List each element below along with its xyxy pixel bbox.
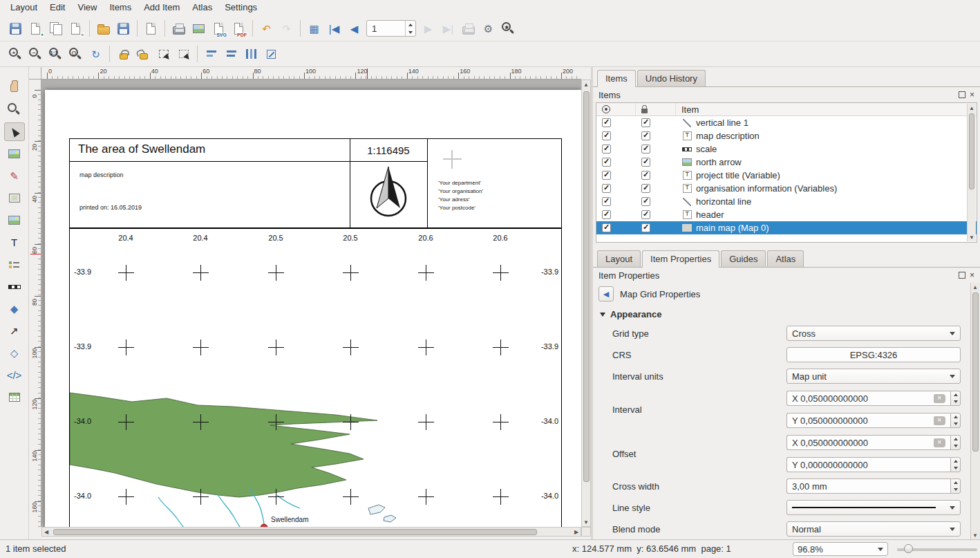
ungroup-items-button[interactable] (173, 45, 194, 64)
layout-page[interactable]: The area of Swellendam 1:116495 map desc… (45, 90, 581, 527)
pan-layout-tool[interactable] (4, 78, 25, 97)
zoom-out-button[interactable]: − (26, 45, 46, 64)
add-arrow-button[interactable]: ↗ (4, 322, 25, 340)
layer-item-row[interactable]: vertical line 1 (596, 116, 977, 129)
items-scrollbar[interactable]: ▲ ▼ (967, 104, 976, 241)
north-arrow-logo[interactable] (370, 164, 407, 221)
redo-button[interactable]: ↷ (276, 19, 296, 38)
scroll-up-icon[interactable]: ▲ (968, 104, 976, 112)
visibility-checkbox[interactable] (602, 223, 611, 232)
lock-checkbox[interactable] (641, 158, 650, 167)
lock-checkbox[interactable] (641, 131, 650, 140)
spin-buttons[interactable] (950, 457, 961, 472)
spin-down-button[interactable] (951, 398, 960, 405)
layer-item-row[interactable]: north arrow (596, 156, 977, 169)
spin-down-button[interactable] (951, 420, 960, 427)
new-layout-button[interactable]: + (26, 19, 46, 38)
menu-atlas[interactable]: Atlas (186, 0, 218, 16)
layer-item-row[interactable]: organisation information (Variables) (596, 182, 977, 195)
menu-view[interactable]: View (71, 0, 103, 16)
float-panel-icon[interactable] (959, 91, 965, 98)
edit-nodes-tool[interactable]: ✎ (4, 167, 25, 185)
layer-item-row[interactable]: map description (596, 129, 977, 142)
main-map-item[interactable]: 20.420.420.520.520.620.6-33.9-33.9-34.0-… (69, 228, 562, 527)
clear-icon[interactable] (934, 438, 945, 447)
select-move-item-tool[interactable] (4, 122, 25, 141)
spin-down-button[interactable] (406, 28, 415, 36)
page-number-spinbox[interactable]: 1 (366, 20, 416, 37)
spin-up-button[interactable] (951, 413, 960, 420)
offset-x-spinbox[interactable]: X 0,050000000000 (786, 435, 961, 450)
visibility-checkbox[interactable] (602, 145, 611, 154)
scroll-up-icon[interactable]: ▲ (971, 283, 979, 291)
next-feature-button[interactable]: ▶ (418, 19, 438, 38)
undo-button[interactable]: ↶ (256, 19, 276, 38)
scrollbar-thumb[interactable] (583, 91, 590, 482)
canvas-horizontal-scrollbar[interactable]: ◀ ▶ (41, 527, 581, 537)
close-panel-icon[interactable]: × (970, 91, 974, 99)
add-scalebar-button[interactable] (4, 277, 25, 296)
export-svg-button[interactable]: SVG (209, 19, 229, 38)
move-item-content-tool[interactable] (4, 145, 25, 163)
organisation-info[interactable]: 'Your department''Your organisation''You… (438, 179, 483, 212)
page-title[interactable]: The area of Swellendam (78, 142, 205, 156)
save-as-button[interactable] (113, 19, 133, 38)
lock-checkbox[interactable] (641, 145, 650, 154)
map-description-label[interactable]: map description (79, 171, 124, 178)
layer-item-row[interactable]: horizontal line (596, 195, 977, 208)
spin-down-button[interactable] (951, 486, 960, 493)
appearance-section-header[interactable]: Appearance (600, 309, 980, 319)
interval-units-combo[interactable]: Map unit (786, 369, 961, 384)
tab-atlas[interactable]: Atlas (767, 250, 804, 267)
add-legend-button[interactable] (4, 255, 25, 274)
duplicate-layout-button[interactable] (46, 19, 66, 38)
scroll-up-icon[interactable]: ▲ (582, 80, 590, 89)
crs-field[interactable]: EPSG:4326 (786, 347, 961, 362)
scroll-down-icon[interactable]: ▼ (971, 531, 979, 539)
scale-text[interactable]: 1:116495 (350, 139, 427, 161)
visibility-checkbox[interactable] (602, 197, 611, 206)
raise-items-button[interactable] (201, 45, 221, 64)
preview-atlas-button[interactable]: ▦ (304, 19, 324, 38)
lock-checkbox[interactable] (641, 171, 650, 180)
add-attribute-table-button[interactable] (4, 388, 25, 407)
last-feature-button[interactable]: ▶| (438, 19, 458, 38)
spin-buttons[interactable] (950, 391, 961, 406)
grid-type-combo[interactable]: Cross (786, 326, 961, 341)
zoom-slider[interactable] (897, 542, 977, 556)
spin-down-button[interactable] (951, 443, 960, 449)
lock-checkbox[interactable] (641, 184, 650, 193)
properties-scrollbar[interactable]: ▲ ▼ (970, 283, 980, 539)
zoom-in-button[interactable]: + (6, 45, 26, 64)
spin-buttons[interactable] (950, 478, 961, 494)
header-block[interactable]: The area of Swellendam 1:116495 map desc… (69, 138, 562, 228)
layer-item-row[interactable]: main map (Map 0) (596, 221, 977, 234)
tab-undo-history[interactable]: Undo History (637, 70, 706, 86)
zoom-full-page-button[interactable]: ★ (498, 19, 518, 38)
resize-items-button[interactable] (261, 45, 281, 64)
scroll-right-icon[interactable]: ▶ (572, 528, 581, 536)
first-feature-button[interactable]: |◀ (324, 19, 344, 38)
zoom-tool[interactable] (4, 100, 25, 119)
export-image-button[interactable] (189, 19, 209, 38)
atlas-settings-button[interactable]: ⚙ (478, 19, 498, 38)
lock-checkbox[interactable] (641, 223, 650, 232)
tab-item-properties[interactable]: Item Properties (642, 250, 719, 268)
clear-icon[interactable] (934, 394, 945, 403)
lock-checkbox[interactable] (641, 118, 650, 127)
spin-up-button[interactable] (951, 391, 960, 398)
spin-buttons[interactable] (405, 21, 415, 36)
scroll-left-icon[interactable]: ◀ (42, 528, 50, 536)
interval-x-spinbox[interactable]: X 0,050000000000 (786, 391, 961, 406)
float-panel-icon[interactable] (959, 272, 965, 279)
spin-up-button[interactable] (406, 21, 415, 28)
group-items-button[interactable] (153, 45, 173, 64)
add-map-button[interactable] (4, 189, 25, 207)
zoom-actual-button[interactable]: 1:1 (46, 45, 66, 64)
spin-up-button[interactable] (951, 479, 960, 486)
print-button[interactable] (169, 19, 189, 38)
spin-down-button[interactable] (951, 465, 960, 472)
previous-feature-button[interactable]: ◀ (344, 19, 364, 38)
menu-layout[interactable]: Layout (4, 0, 44, 16)
menu-add-item[interactable]: Add Item (138, 0, 186, 16)
